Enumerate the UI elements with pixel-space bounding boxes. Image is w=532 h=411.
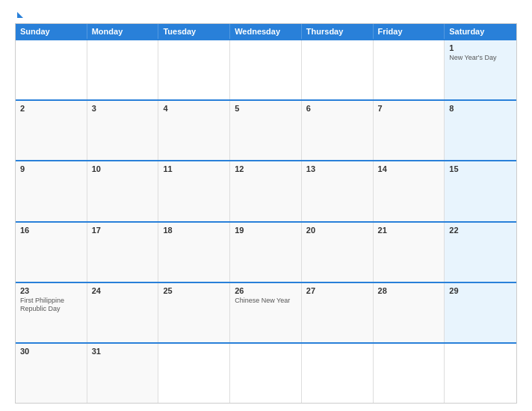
day-number: 31: [92, 347, 154, 356]
calendar-cell: 30: [16, 344, 87, 403]
calendar-cell: 14: [374, 161, 445, 220]
calendar-cell: 29: [445, 283, 516, 342]
calendar-cell: 8: [445, 101, 516, 160]
day-number: 29: [449, 286, 512, 295]
calendar-cell: 9: [16, 161, 87, 220]
calendar-cell: 19: [230, 223, 302, 282]
calendar-cell: 20: [302, 223, 374, 282]
calendar-cell: [230, 40, 302, 99]
day-number: 18: [163, 226, 225, 235]
day-number: 28: [378, 286, 440, 295]
day-number: 16: [20, 226, 82, 235]
day-number: 1: [449, 43, 512, 52]
calendar-cell: 17: [87, 223, 159, 282]
calendar-week-3: 16171819202122: [16, 221, 516, 282]
calendar-cell: 13: [302, 161, 374, 220]
day-number: 7: [378, 104, 440, 113]
day-number: 12: [235, 164, 297, 173]
calendar-week-2: 9101112131415: [16, 160, 516, 220]
calendar-week-0: 1New Year's Day: [16, 39, 516, 99]
calendar-page: SundayMondayTuesdayWednesdayThursdayFrid…: [0, 0, 532, 411]
day-number: 19: [235, 226, 297, 235]
calendar-cell: 22: [445, 223, 516, 282]
page-header: [15, 12, 517, 19]
calendar-cell: 10: [87, 161, 159, 220]
header-day-tuesday: Tuesday: [158, 24, 230, 39]
day-number: 4: [163, 104, 225, 113]
day-number: 9: [20, 164, 82, 173]
holiday-label: New Year's Day: [449, 54, 512, 63]
calendar-grid: SundayMondayTuesdayWednesdayThursdayFrid…: [15, 23, 517, 404]
calendar-cell: 2: [16, 101, 87, 160]
header-day-friday: Friday: [374, 24, 445, 39]
day-number: 15: [449, 164, 512, 173]
calendar-cell: 25: [158, 283, 230, 342]
day-number: 5: [235, 104, 297, 113]
calendar-cell: 31: [87, 344, 159, 403]
logo-triangle-icon: [17, 12, 23, 18]
day-number: 22: [449, 226, 512, 235]
calendar-week-1: 2345678: [16, 99, 516, 160]
holiday-label: First Philippine Republic Day: [20, 297, 82, 314]
calendar-cell: 7: [374, 101, 445, 160]
calendar-week-4: 23First Philippine Republic Day242526Chi…: [16, 282, 516, 342]
header-day-sunday: Sunday: [16, 24, 87, 39]
calendar-cell: [158, 344, 230, 403]
calendar-cell: [230, 344, 302, 403]
calendar-cell: [302, 344, 374, 403]
calendar-cell: 15: [445, 161, 516, 220]
calendar-cell: 6: [302, 101, 374, 160]
header-day-thursday: Thursday: [302, 24, 374, 39]
day-number: 20: [306, 226, 368, 235]
calendar-cell: 12: [230, 161, 302, 220]
calendar-cell: 1New Year's Day: [445, 40, 516, 99]
calendar-cell: 18: [158, 223, 230, 282]
day-number: 8: [449, 104, 512, 113]
day-number: 26: [235, 286, 297, 295]
day-number: 25: [163, 286, 225, 295]
country-label: [457, 12, 517, 16]
calendar-cell: 3: [87, 101, 159, 160]
calendar-cell: 27: [302, 283, 374, 342]
calendar-week-5: 3031: [16, 342, 516, 403]
header-day-monday: Monday: [87, 24, 159, 39]
calendar-cell: [374, 40, 445, 99]
calendar-cell: 26Chinese New Year: [230, 283, 302, 342]
day-number: 11: [163, 164, 225, 173]
day-number: 10: [92, 164, 154, 173]
day-number: 24: [92, 286, 154, 295]
holiday-label: Chinese New Year: [235, 297, 297, 306]
calendar-cell: [374, 344, 445, 403]
calendar-cell: 28: [374, 283, 445, 342]
calendar-cell: [87, 40, 159, 99]
day-number: 2: [20, 104, 82, 113]
calendar-cell: 23First Philippine Republic Day: [16, 283, 87, 342]
calendar-header: SundayMondayTuesdayWednesdayThursdayFrid…: [16, 24, 516, 39]
calendar-cell: [158, 40, 230, 99]
day-number: 21: [378, 226, 440, 235]
calendar-cell: [445, 344, 516, 403]
day-number: 23: [20, 286, 82, 295]
calendar-cell: 21: [374, 223, 445, 282]
day-number: 30: [20, 347, 82, 356]
calendar-cell: 16: [16, 223, 87, 282]
day-number: 17: [92, 226, 154, 235]
calendar-cell: 4: [158, 101, 230, 160]
day-number: 6: [306, 104, 368, 113]
day-number: 13: [306, 164, 368, 173]
calendar-cell: [302, 40, 374, 99]
header-day-wednesday: Wednesday: [230, 24, 302, 39]
calendar-body: 1New Year's Day2345678910111213141516171…: [16, 39, 516, 403]
calendar-cell: 11: [158, 161, 230, 220]
day-number: 14: [378, 164, 440, 173]
calendar-cell: [16, 40, 87, 99]
day-number: 3: [92, 104, 154, 113]
calendar-cell: 24: [87, 283, 159, 342]
calendar-cell: 5: [230, 101, 302, 160]
logo: [15, 12, 23, 19]
header-day-saturday: Saturday: [445, 24, 516, 39]
logo-blue-text: [15, 12, 23, 19]
day-number: 27: [306, 286, 368, 295]
